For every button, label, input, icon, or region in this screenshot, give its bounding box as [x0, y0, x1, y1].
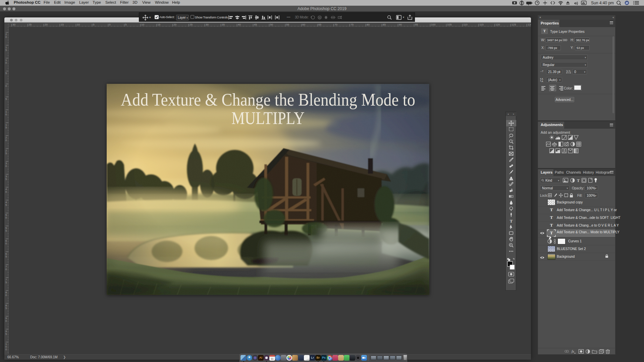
svg-text:0: 0	[5, 268, 7, 271]
svg-text:100: 100	[431, 23, 436, 26]
svg-text:0: 0	[109, 23, 111, 26]
svg-text:0: 0	[5, 139, 7, 142]
svg-text:25: 25	[29, 23, 32, 26]
svg-text:15: 15	[61, 23, 64, 26]
svg-text:90: 90	[399, 23, 402, 26]
svg-text:0: 0	[5, 216, 7, 219]
svg-text:5: 5	[5, 307, 7, 310]
svg-text:0: 0	[5, 242, 7, 245]
svg-text:70: 70	[334, 23, 337, 26]
svg-text:5: 5	[93, 23, 95, 26]
svg-text:Add Texture & Change the Blend: Add Texture & Change the Blending Mode t…	[121, 90, 415, 109]
svg-text:10: 10	[77, 23, 80, 26]
svg-text:30: 30	[206, 23, 209, 26]
svg-text:5: 5	[5, 49, 7, 52]
svg-text:50: 50	[270, 23, 273, 26]
svg-text:A: A	[569, 69, 571, 73]
svg-text:65: 65	[318, 23, 321, 26]
svg-text:80: 80	[367, 23, 370, 26]
svg-text:45: 45	[254, 23, 257, 26]
svg-text:×: ×	[507, 113, 509, 116]
svg-text:5: 5	[5, 178, 7, 181]
svg-text:5: 5	[5, 255, 7, 258]
svg-text:V: V	[566, 69, 568, 73]
svg-text:MULTIPLY: MULTIPLY	[231, 109, 305, 128]
svg-text:5: 5	[5, 281, 7, 284]
svg-text:0: 0	[5, 348, 7, 351]
svg-text:0: 0	[5, 113, 7, 116]
svg-text:125: 125	[512, 23, 516, 26]
svg-text:20: 20	[173, 23, 176, 26]
svg-text:0: 0	[5, 319, 7, 322]
svg-text:130: 130	[528, 23, 531, 26]
svg-text:120: 120	[495, 23, 500, 26]
svg-text:55: 55	[286, 23, 289, 26]
svg-text:0: 0	[5, 294, 7, 297]
svg-text:T: T	[510, 219, 513, 224]
svg-text:0: 0	[5, 84, 7, 87]
svg-text:fx: fx	[572, 349, 574, 353]
svg-text:0: 0	[5, 61, 7, 64]
svg-text:5: 5	[5, 152, 7, 155]
svg-text:5: 5	[5, 126, 7, 129]
svg-text:Sun 4:40 pm: Sun 4:40 pm	[591, 1, 614, 5]
svg-text:5: 5	[5, 72, 7, 75]
svg-text:0: 0	[5, 165, 7, 168]
svg-text:115: 115	[479, 23, 484, 26]
svg-text:35: 35	[222, 23, 225, 26]
svg-text:0: 0	[5, 190, 7, 193]
svg-text:110: 110	[463, 23, 468, 26]
svg-text:15: 15	[157, 23, 160, 26]
svg-text:0: 0	[5, 36, 7, 39]
svg-text:5: 5	[125, 23, 127, 26]
svg-text:25: 25	[190, 23, 193, 26]
svg-text:5: 5	[5, 203, 7, 206]
svg-text:75: 75	[351, 23, 354, 26]
svg-text:60: 60	[302, 23, 305, 26]
svg-text:A: A	[541, 80, 543, 82]
svg-text:5: 5	[5, 333, 7, 336]
svg-text:»: »	[513, 113, 514, 115]
svg-text:85: 85	[383, 23, 386, 26]
svg-text:30: 30	[12, 23, 15, 26]
svg-text:5: 5	[5, 98, 7, 101]
svg-text:95: 95	[415, 23, 418, 26]
svg-text:5: 5	[5, 229, 7, 232]
svg-text:20: 20	[45, 23, 48, 26]
svg-text:10: 10	[141, 23, 144, 26]
svg-text:40: 40	[238, 23, 241, 26]
svg-text:105: 105	[447, 23, 452, 26]
svg-text:T: T	[577, 178, 580, 183]
